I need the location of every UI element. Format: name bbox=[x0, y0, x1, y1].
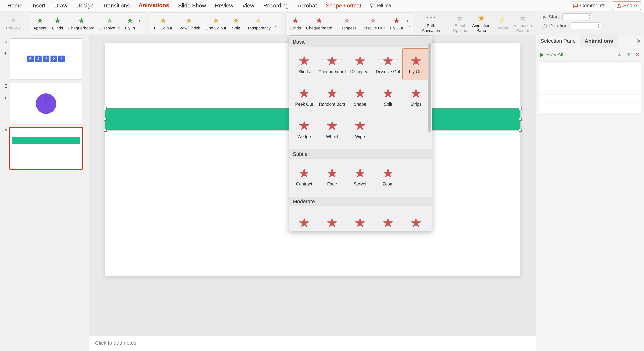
move-down-button[interactable]: ▼ bbox=[626, 51, 632, 58]
close-pane-button[interactable]: ✕ bbox=[634, 38, 644, 44]
svg-point-0 bbox=[370, 4, 373, 6]
gallery-item-wipe[interactable]: ★Wipe bbox=[346, 113, 374, 145]
play-all-label: Play All bbox=[546, 52, 563, 58]
gallery-scrollbar[interactable] bbox=[428, 43, 432, 229]
gallery-item-dissolve-out[interactable]: ★Dissolve Out bbox=[374, 48, 402, 80]
exit-dissolveout[interactable]: ★Dissolve Out bbox=[359, 15, 387, 31]
gallery-item-contract[interactable]: ★Contract bbox=[290, 160, 318, 192]
delete-animation-button[interactable]: ✕ bbox=[635, 51, 640, 58]
tab-slideshow[interactable]: Slide Show bbox=[174, 0, 210, 11]
start-stepper[interactable]: ▲▼ bbox=[562, 14, 592, 20]
preview-button[interactable]: ✦ Preview bbox=[3, 15, 23, 31]
tab-draw[interactable]: Draw bbox=[50, 0, 72, 11]
star-icon: ★ bbox=[342, 16, 351, 25]
star-icon: ★ bbox=[456, 14, 464, 22]
animation-list[interactable] bbox=[539, 62, 641, 114]
gallery-item-unknown[interactable]: ★ bbox=[346, 208, 374, 231]
tab-recording[interactable]: Recording bbox=[259, 0, 293, 11]
share-button[interactable]: Share bbox=[612, 1, 641, 10]
comment-icon bbox=[573, 3, 578, 8]
emphasis-growshrink[interactable]: ★Grow/Shrink bbox=[175, 15, 203, 31]
emphasis-spin[interactable]: ★Spin bbox=[229, 15, 243, 31]
gallery-item-peek-out[interactable]: ★Peek Out bbox=[290, 81, 318, 112]
tab-review[interactable]: Review bbox=[210, 0, 238, 11]
gallery-item-unknown[interactable]: ★ bbox=[290, 208, 318, 231]
emphasis-more[interactable]: ›⌄ bbox=[273, 18, 279, 28]
gallery-item-split[interactable]: ★Split bbox=[374, 81, 402, 112]
emphasis-transparency[interactable]: ★Transparency bbox=[243, 15, 273, 31]
gallery-item-zoom[interactable]: ★Zoom bbox=[374, 160, 402, 192]
play-all-button[interactable]: ▶ Play All bbox=[540, 52, 563, 58]
gallery-item-disappear[interactable]: ★Disappear bbox=[346, 48, 374, 80]
duration-stepper[interactable]: ▲▼ bbox=[571, 22, 601, 29]
gallery-item-unknown[interactable]: ★ bbox=[402, 208, 430, 231]
gallery-item-shape[interactable]: ★Shape bbox=[346, 81, 374, 112]
entrance-appear[interactable]: ★Appear bbox=[31, 15, 49, 31]
resize-handle[interactable] bbox=[104, 118, 107, 121]
slide-thumb-2[interactable] bbox=[10, 83, 82, 124]
exit-blinds[interactable]: ★Blinds bbox=[287, 15, 303, 31]
exit-chequerboard[interactable]: ★Chequerboard bbox=[303, 15, 335, 31]
gallery-item-unknown[interactable]: ★ bbox=[374, 208, 402, 231]
resize-handle[interactable] bbox=[518, 118, 522, 121]
gallery-item-swivel[interactable]: ★Swivel bbox=[346, 160, 374, 192]
tab-animations[interactable]: Animations bbox=[134, 0, 174, 11]
resize-handle[interactable] bbox=[104, 128, 107, 132]
comments-button[interactable]: Comments bbox=[569, 1, 609, 10]
share-icon bbox=[616, 3, 621, 8]
star-icon: ★ bbox=[298, 54, 310, 68]
move-up-button[interactable]: ▲ bbox=[617, 51, 622, 58]
gallery-item-fly-out[interactable]: ★Fly Out bbox=[402, 48, 430, 80]
slide-thumb-1[interactable]: 5 4 3 2 1 bbox=[10, 38, 82, 80]
gallery-item-strips[interactable]: ★Strips bbox=[402, 81, 430, 112]
exit-disappear[interactable]: ★Disappear bbox=[335, 15, 359, 31]
gallery-section-header: Moderate bbox=[289, 197, 432, 206]
resize-handle[interactable] bbox=[518, 128, 522, 132]
entrance-chequerboard[interactable]: ★Chequerboard bbox=[66, 15, 97, 31]
resize-handle[interactable] bbox=[518, 107, 522, 110]
gallery-item-fade[interactable]: ★Fade bbox=[318, 160, 346, 192]
bar-shape bbox=[12, 137, 80, 144]
entrance-more[interactable]: ›⌄ bbox=[138, 18, 144, 28]
tab-shapeformat[interactable]: Shape Format bbox=[322, 0, 366, 11]
entrance-dissolvein[interactable]: ★Dissolve In bbox=[97, 15, 122, 31]
notes-placeholder: Click to add notes bbox=[95, 340, 136, 346]
effect-options-button[interactable]: ★Effect Options bbox=[450, 13, 470, 34]
entrance-flyin[interactable]: ★Fly In bbox=[122, 15, 138, 31]
exit-flyout[interactable]: ★Fly Out bbox=[387, 15, 406, 31]
tab-acrobat[interactable]: Acrobat bbox=[293, 0, 321, 11]
gallery-item-unknown[interactable]: ★ bbox=[318, 208, 346, 231]
star-icon: ★ bbox=[77, 16, 86, 25]
gallery-item-wheel[interactable]: ★Wheel bbox=[318, 113, 346, 145]
emphasis-fillcolour[interactable]: ★Fill Colour bbox=[151, 15, 175, 31]
gallery-item-random-bars[interactable]: ★Random Bars bbox=[318, 81, 346, 112]
gallery-item-chequerboard[interactable]: ★Chequerboard bbox=[318, 48, 346, 80]
star-icon: ★ bbox=[298, 119, 310, 132]
gallery-item-wedge[interactable]: ★Wedge bbox=[290, 113, 318, 145]
tab-insert[interactable]: Insert bbox=[27, 0, 50, 11]
trigger-button[interactable]: ⚡Trigger bbox=[493, 15, 511, 31]
tab-design[interactable]: Design bbox=[72, 0, 98, 11]
tab-home[interactable]: Home bbox=[3, 0, 27, 11]
lightbulb-icon bbox=[369, 3, 374, 8]
tab-view[interactable]: View bbox=[238, 0, 259, 11]
gallery-item-blinds[interactable]: ★Blinds bbox=[290, 48, 318, 80]
resize-handle[interactable] bbox=[104, 107, 107, 110]
tell-me[interactable]: Tell me bbox=[369, 2, 391, 8]
star-icon: ★ bbox=[326, 54, 338, 68]
animation-pane-button[interactable]: ★Animation Pane bbox=[470, 13, 493, 34]
exit-more[interactable]: ›⌄ bbox=[406, 18, 412, 28]
entrance-blinds[interactable]: ★Blinds bbox=[49, 15, 66, 31]
slide-thumb-3[interactable] bbox=[10, 128, 82, 169]
notes-pane[interactable]: Click to add notes bbox=[90, 336, 536, 351]
star-icon: ★ bbox=[326, 119, 338, 132]
path-animation-button[interactable]: 〰Path Animation bbox=[419, 13, 443, 34]
tell-me-label: Tell me bbox=[376, 2, 391, 8]
tab-transitions[interactable]: Transitions bbox=[98, 0, 134, 11]
star-icon: ★ bbox=[354, 166, 366, 180]
animation-painter-button[interactable]: ★Animation Painter bbox=[511, 13, 534, 34]
play-icon: ▶ bbox=[543, 14, 546, 20]
emphasis-linecolour[interactable]: ★Line Colour bbox=[203, 15, 229, 31]
selection-pane-tab[interactable]: Selection Pane bbox=[536, 36, 580, 46]
animations-pane-tab[interactable]: Animations bbox=[580, 36, 617, 46]
